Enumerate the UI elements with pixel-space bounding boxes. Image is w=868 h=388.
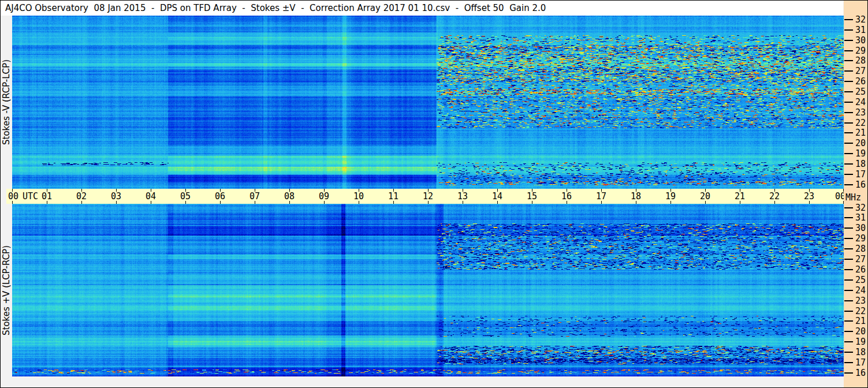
freq-axis-label: 20 — [855, 327, 866, 336]
freq-axis-tick — [844, 341, 853, 342]
spectrogram-stokes-plus-v — [12, 204, 844, 376]
freq-axis-tick — [844, 19, 853, 20]
freq-axis-label: 25 — [855, 87, 866, 96]
freq-axis-tick — [844, 207, 853, 208]
time-axis-label: 10 — [350, 191, 367, 202]
freq-axis-tick — [844, 163, 853, 165]
freq-axis-label: 18 — [855, 159, 866, 168]
time-axis-label: 12 — [419, 191, 437, 202]
bottom-margin — [1, 376, 843, 387]
freq-axis-tick — [844, 279, 853, 281]
ylabel-stokes-minus-v: Stokes -V (RCP-LCP) — [1, 59, 12, 145]
time-axis-label: 14 — [489, 191, 506, 202]
freq-axis-label: 21 — [855, 129, 866, 137]
freq-axis-tick — [844, 143, 853, 144]
freq-axis-tick — [844, 102, 853, 103]
time-axis-label: 23 — [800, 191, 818, 202]
freq-axis-tick — [844, 238, 853, 239]
freq-axis-label: 17 — [855, 170, 866, 178]
freq-axis-tick — [844, 227, 853, 229]
freq-axis-tick — [844, 300, 853, 301]
freq-axis-label: 30 — [855, 36, 866, 44]
freq-axis-tick — [844, 362, 853, 363]
freq-axis-tick — [844, 132, 853, 133]
freq-axis-tick — [844, 331, 853, 332]
freq-axis-label: 32 — [855, 16, 866, 24]
freq-axis-label: 32 — [855, 203, 866, 212]
freq-axis-tick — [844, 259, 853, 260]
spectrogram-viewer: AJ4CO Observatory 08 Jan 2015 - DPS on T… — [0, 0, 868, 388]
time-axis-label: 03 — [107, 191, 125, 202]
freq-axis-label: 24 — [855, 286, 866, 294]
freq-axis-tick — [844, 311, 853, 312]
freq-axis-label: 26 — [855, 265, 866, 274]
freq-axis-tick — [844, 70, 853, 72]
freq-axis-label: 17 — [855, 359, 866, 367]
freq-axis-label: 25 — [855, 275, 866, 284]
time-axis-label: 18 — [627, 191, 645, 202]
freq-axis-tick — [844, 29, 853, 31]
freq-axis-tick — [844, 81, 853, 82]
mhz-unit-label: MHz — [845, 192, 861, 203]
ylabel-stokes-plus-v: Stokes +V (LCP-RCP) — [1, 245, 12, 335]
time-axis-label: 22 — [766, 191, 783, 202]
freq-axis-label: 29 — [855, 46, 866, 55]
freq-axis-label: 19 — [855, 150, 866, 158]
freq-axis-label: 21 — [855, 317, 866, 326]
freq-axis-label: 29 — [855, 234, 866, 243]
freq-axis-label: 20 — [855, 139, 866, 148]
time-axis-label: 08 — [281, 191, 298, 202]
freq-axis-label: 22 — [855, 307, 866, 315]
freq-axis-label: 18 — [855, 348, 866, 357]
time-axis-label: 19 — [662, 191, 679, 202]
freq-axis-label: 16 — [855, 180, 866, 189]
freq-axis-label: 19 — [855, 338, 866, 346]
freq-axis-tick — [844, 269, 853, 270]
freq-axis-label: 23 — [855, 108, 866, 117]
title-bar: AJ4CO Observatory 08 Jan 2015 - DPS on T… — [1, 1, 843, 16]
spectrogram-stokes-minus-v — [12, 16, 844, 189]
time-axis-label: 00 — [8, 191, 18, 202]
time-axis-label: 13 — [454, 191, 471, 202]
freq-axis-tick — [844, 153, 853, 154]
freq-axis-label: 16 — [855, 368, 866, 377]
freq-axis-tick — [844, 122, 853, 124]
freq-axis-tick — [844, 112, 853, 113]
time-axis-label: UTC — [23, 191, 38, 202]
freq-axis-label: 30 — [855, 224, 866, 233]
freq-axis-tick — [844, 320, 853, 322]
freq-axis-tick — [844, 290, 853, 291]
freq-axis-label: 31 — [855, 25, 866, 34]
freq-axis-tick — [844, 184, 853, 185]
freq-axis-label: 31 — [855, 214, 866, 222]
frequency-axis-column: MHz 323130292827262524232221201918171632… — [844, 1, 867, 387]
freq-axis-label: 28 — [855, 57, 866, 65]
freq-axis-tick — [844, 40, 853, 41]
time-axis-label: 16 — [558, 191, 575, 202]
time-axis-label: 05 — [177, 191, 194, 202]
time-axis-label: 09 — [315, 191, 333, 202]
freq-axis-tick — [844, 217, 853, 218]
freq-axis-tick — [844, 248, 853, 249]
freq-axis-label: 27 — [855, 67, 866, 76]
time-axis-label: 15 — [523, 191, 541, 202]
freq-axis-label: 27 — [855, 255, 866, 264]
freq-axis-tick — [844, 174, 853, 175]
freq-axis-label: 24 — [855, 98, 866, 106]
time-axis-label: 07 — [246, 191, 263, 202]
time-axis-label: 17 — [593, 191, 610, 202]
freq-axis-label: 22 — [855, 118, 866, 127]
freq-axis-label: 23 — [855, 296, 866, 305]
freq-axis-tick — [844, 91, 853, 92]
freq-axis-tick — [844, 372, 853, 374]
time-axis-label: 02 — [73, 191, 90, 202]
time-axis-label: 04 — [142, 191, 159, 202]
freq-axis-tick — [844, 352, 853, 353]
page-title: AJ4CO Observatory 08 Jan 2015 - DPS on T… — [5, 3, 546, 13]
time-axis-label: 20 — [696, 191, 714, 202]
time-axis: 00UTC01020304050607080910111213141516171… — [6, 189, 844, 204]
time-axis-label: 01 — [38, 191, 55, 202]
time-axis-label: 21 — [731, 191, 748, 202]
time-axis-label: 06 — [211, 191, 229, 202]
time-axis-label: 11 — [385, 191, 402, 202]
